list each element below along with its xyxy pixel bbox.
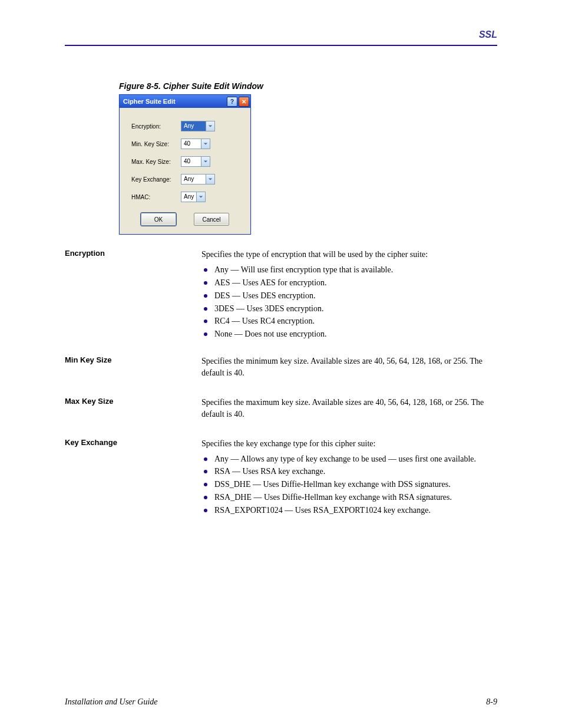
dropdown-value: Any — [181, 192, 196, 202]
dropdown-value: 40 — [181, 139, 201, 149]
dialog-row: HMAC:Any — [131, 192, 239, 202]
definition-block: Max Key SizeSpecifies the maximum key si… — [65, 397, 497, 424]
dropdown-value: Any — [181, 174, 206, 184]
dialog-titlebar[interactable]: Cipher Suite Edit ? ✕ — [120, 95, 250, 108]
field-label: Key Exchange: — [131, 176, 181, 183]
list-item: RSA_DHE — Uses Diffie-Hellman key exchan… — [201, 492, 497, 503]
dropdown-value: Any — [181, 121, 206, 131]
definition-term: Encryption — [65, 249, 201, 341]
field-label: Encryption: — [131, 123, 181, 130]
definition-term: Max Key Size — [65, 397, 201, 424]
chevron-down-icon — [206, 121, 214, 131]
definition-term: Min Key Size — [65, 355, 201, 383]
ok-button[interactable]: OK — [141, 213, 176, 226]
chevron-down-icon — [196, 192, 205, 202]
close-button[interactable]: ✕ — [239, 97, 249, 107]
titlebar-buttons: ? ✕ — [227, 97, 249, 107]
definition-desc: Specifies the type of encryption that wi… — [201, 249, 497, 341]
definition-lead: Specifies the key exchange type for this… — [201, 438, 497, 450]
definition-block: Min Key SizeSpecifies the minimum key si… — [65, 355, 497, 383]
dialog-title: Cipher Suite Edit — [123, 98, 176, 105]
dropdown[interactable]: Any — [181, 192, 206, 202]
definition-desc: Specifies the key exchange type for this… — [201, 438, 497, 518]
page: SSL Figure 8-5. Cipher Suite Edit Window… — [0, 0, 562, 728]
list-item: 3DES — Uses 3DES encryption. — [201, 303, 497, 315]
definition-lead: Specifies the type of encryption that wi… — [201, 249, 497, 261]
cancel-button[interactable]: Cancel — [194, 213, 229, 226]
chevron-down-icon — [206, 174, 214, 184]
chevron-down-icon — [201, 157, 210, 166]
footer-left: Installation and User Guide — [65, 697, 158, 707]
definition-block: Key ExchangeSpecifies the key exchange t… — [65, 438, 497, 518]
definition-list: Any — Allows any type of key exchange to… — [201, 453, 497, 516]
definitions: EncryptionSpecifies the type of encrypti… — [65, 249, 497, 518]
field-label: HMAC: — [131, 194, 181, 200]
definition-term: Key Exchange — [65, 438, 201, 518]
definition-list: Any — Will use first encryption type tha… — [201, 264, 497, 340]
dropdown-value: 40 — [181, 157, 201, 166]
definition-desc: Specifies the minimum key size. Availabl… — [201, 355, 497, 383]
definition-lead: Specifies the maximum key size. Availabl… — [201, 397, 497, 420]
dialog-row: Key Exchange:Any — [131, 174, 239, 185]
help-button[interactable]: ? — [227, 97, 237, 107]
list-item: AES — Uses AES for encryption. — [201, 277, 497, 289]
list-item: None — Does not use encryption. — [201, 328, 497, 340]
dropdown[interactable]: Any — [181, 174, 215, 185]
cipher-suite-edit-dialog: Cipher Suite Edit ? ✕ Encryption:AnyMin.… — [119, 94, 251, 235]
list-item: DSS_DHE — Uses Diffie-Hellman key exchan… — [201, 479, 497, 490]
list-item: DES — Uses DES encryption. — [201, 290, 497, 302]
footer-right: 8-9 — [486, 697, 497, 707]
list-item: Any — Allows any type of key exchange to… — [201, 453, 497, 465]
field-label: Min. Key Size: — [131, 141, 181, 147]
definition-desc: Specifies the maximum key size. Availabl… — [201, 397, 497, 424]
list-item: RC4 — Uses RC4 encryption. — [201, 315, 497, 327]
dialog-row: Encryption:Any — [131, 121, 239, 131]
chevron-down-icon — [201, 139, 210, 149]
running-head: SSL — [65, 29, 497, 40]
list-item: Any — Will use first encryption type tha… — [201, 264, 497, 276]
list-item: RSA_EXPORT1024 — Uses RSA_EXPORT1024 key… — [201, 505, 497, 516]
dropdown[interactable]: 40 — [181, 139, 210, 149]
dialog-row: Min. Key Size:40 — [131, 139, 239, 149]
dropdown[interactable]: Any — [181, 121, 215, 131]
ok-label: OK — [154, 216, 163, 223]
dialog-button-row: OK Cancel — [131, 213, 239, 226]
field-label: Max. Key Size: — [131, 159, 181, 165]
dialog-body: Encryption:AnyMin. Key Size:40Max. Key S… — [120, 108, 250, 234]
dropdown[interactable]: 40 — [181, 156, 210, 167]
definition-block: EncryptionSpecifies the type of encrypti… — [65, 249, 497, 341]
page-footer: Installation and User Guide 8-9 — [65, 697, 497, 707]
help-icon: ? — [230, 98, 234, 105]
close-icon: ✕ — [242, 98, 246, 105]
figure-caption: Figure 8-5. Cipher Suite Edit Window — [119, 81, 497, 91]
dialog-row: Max. Key Size:40 — [131, 156, 239, 167]
definition-lead: Specifies the minimum key size. Availabl… — [201, 355, 497, 379]
header-rule — [65, 45, 497, 46]
list-item: RSA — Uses RSA key exchange. — [201, 466, 497, 477]
cancel-label: Cancel — [202, 216, 220, 223]
